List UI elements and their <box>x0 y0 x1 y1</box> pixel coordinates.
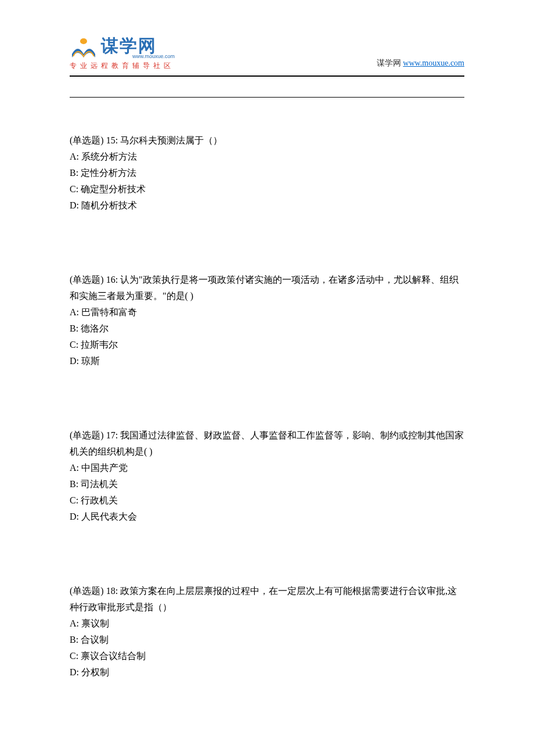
page-header: 谋学网 www.mouxue.com 专业远程教育辅导社区 谋学网 www.mo… <box>70 35 464 71</box>
logo-icon <box>70 37 98 60</box>
svg-point-0 <box>80 38 87 44</box>
question-type-label: (单选题) 18: <box>70 586 118 596</box>
logo-top-row: 谋学网 www.mouxue.com <box>70 37 175 60</box>
question-option: C: 确定型分析技术 <box>70 181 464 197</box>
logo-block: 谋学网 www.mouxue.com 专业远程教育辅导社区 <box>70 37 175 71</box>
question-option: D: 人民代表大会 <box>70 509 464 525</box>
question-type-label: (单选题) 15: <box>70 135 118 145</box>
question-stem-text: 我国通过法律监督、财政监督、人事监督和工作监督等，影响、制约或控制其他国家机关的… <box>70 430 464 456</box>
question-17: (单选题) 17: 我国通过法律监督、财政监督、人事监督和工作监督等，影响、制约… <box>70 427 464 525</box>
logo-brand-text: 谋学网 <box>101 37 175 55</box>
question-option: B: 合议制 <box>70 632 464 648</box>
logo-text-wrap: 谋学网 www.mouxue.com <box>101 37 175 59</box>
header-site-link[interactable]: www.mouxue.com <box>403 59 464 67</box>
question-stem: (单选题) 18: 政策方案在向上层层禀报的过程中，在一定层次上有可能根据需要进… <box>70 583 464 615</box>
inner-divider <box>70 97 464 98</box>
question-option: D: 琼斯 <box>70 353 464 369</box>
question-15: (单选题) 15: 马尔科夫预测法属于（） A: 系统分析方法 B: 定性分析方… <box>70 132 464 214</box>
question-option: C: 行政机关 <box>70 492 464 509</box>
logo-tagline: 专业远程教育辅导社区 <box>70 61 174 71</box>
question-option: C: 禀议合议结合制 <box>70 648 464 664</box>
question-option: B: 德洛尔 <box>70 321 464 337</box>
question-16: (单选题) 16: 认为"政策执行是将一项政策付诸实施的一项活动，在诸多活动中，… <box>70 272 464 369</box>
question-stem: (单选题) 17: 我国通过法律监督、财政监督、人事监督和工作监督等，影响、制约… <box>70 427 464 460</box>
question-stem: (单选题) 15: 马尔科夫预测法属于（） <box>70 132 464 149</box>
question-option: A: 禀议制 <box>70 615 464 632</box>
logo-url-text: www.mouxue.com <box>132 53 175 59</box>
header-site-name: 谋学网 <box>377 59 401 67</box>
question-option: D: 分权制 <box>70 664 464 681</box>
document-page: 谋学网 www.mouxue.com 专业远程教育辅导社区 谋学网 www.mo… <box>0 0 534 756</box>
question-option: A: 巴雷特和富奇 <box>70 304 464 321</box>
question-type-label: (单选题) 16: <box>70 275 118 285</box>
question-option: C: 拉斯韦尔 <box>70 337 464 353</box>
question-option: A: 中国共产党 <box>70 460 464 476</box>
question-option: D: 随机分析技术 <box>70 197 464 214</box>
question-stem-text: 认为"政策执行是将一项政策付诸实施的一项活动，在诸多活动中，尤以解释、组织和实施… <box>70 275 459 301</box>
question-type-label: (单选题) 17: <box>70 430 118 440</box>
question-stem: (单选题) 16: 认为"政策执行是将一项政策付诸实施的一项活动，在诸多活动中，… <box>70 272 464 304</box>
question-option: B: 定性分析方法 <box>70 165 464 181</box>
question-stem-text: 马尔科夫预测法属于（） <box>118 135 222 145</box>
question-18: (单选题) 18: 政策方案在向上层层禀报的过程中，在一定层次上有可能根据需要进… <box>70 583 464 681</box>
question-option: B: 司法机关 <box>70 476 464 492</box>
header-right: 谋学网 www.mouxue.com <box>377 58 464 71</box>
question-stem-text: 政策方案在向上层层禀报的过程中，在一定层次上有可能根据需要进行合议审批,这种行政… <box>70 586 457 612</box>
header-divider <box>70 75 464 77</box>
question-option: A: 系统分析方法 <box>70 149 464 165</box>
